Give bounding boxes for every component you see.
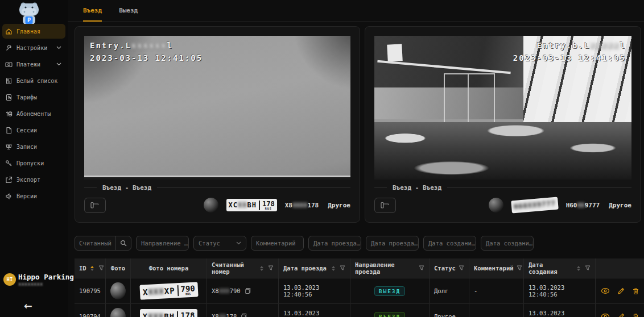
cell-created-date: 13.03.2023 12:40:56 (524, 278, 596, 303)
cell-id: 190794 (75, 304, 106, 317)
search-button[interactable] (115, 236, 131, 250)
camera-osd-left: Entry.Lxxxxxxl 2023-03-13 12:41:05 (90, 40, 203, 64)
sidebar-item-whitelist[interactable]: Белый список (2, 73, 65, 88)
cell-read-number: X8ХХХ790 (207, 278, 279, 303)
table-row[interactable]: 190795 ХХХХХР 790RUS X8ХХХ790 13.03.2023… (75, 278, 644, 304)
sidebar-item-export[interactable]: Экспорт (2, 172, 65, 187)
view-icon[interactable] (601, 313, 610, 317)
vehicle-photo-thumb[interactable] (110, 308, 126, 317)
direction-divider: Въезд - Въезд (374, 184, 631, 191)
sidebar-item-label: Версии (16, 193, 37, 199)
edit-icon[interactable] (617, 287, 625, 295)
camera-timestamp: 2023-03-13 12:41:05 (513, 52, 626, 65)
sidebar-item-label: Записи (16, 144, 37, 150)
pass-date-from-picker[interactable]: Дата проезда… (308, 236, 361, 251)
sidebar-item-subscriptions[interactable]: Абонементы (2, 106, 65, 121)
filter-icon[interactable] (340, 265, 345, 271)
column-header-actions (596, 258, 644, 278)
plate-photo: ХХХХХР 790RUS (139, 282, 198, 299)
sidebar-item-home[interactable]: Главная (2, 24, 65, 39)
copy-icon[interactable] (240, 313, 247, 317)
cell-comment: - (469, 278, 524, 303)
brand-avatar: HI (3, 273, 16, 286)
calendar-icon (360, 240, 361, 247)
open-gate-button[interactable] (374, 198, 396, 213)
created-date-to-picker[interactable]: Дата создани… (481, 236, 534, 251)
comment-input[interactable]: Комментарий (251, 236, 304, 251)
cell-id: 190795 (75, 278, 106, 303)
filter-icon[interactable] (517, 265, 522, 271)
chevron-down-icon (188, 241, 189, 245)
column-header-pass-date[interactable]: Дата проезда (279, 258, 350, 278)
chevron-down-icon (236, 241, 241, 245)
sidebar-item-tariffs[interactable]: Тарифы (2, 90, 65, 105)
column-header-created-date[interactable]: Дата создания (524, 258, 596, 278)
vehicle-thumb[interactable] (204, 198, 218, 212)
copy-icon[interactable] (244, 287, 251, 294)
filter-bar: Считанный … Направление … Статус Коммент… (75, 236, 534, 251)
camera-scene-ground (374, 122, 631, 180)
camera-footer-left: ХСХХВН 178RUS X8ХХХХ178 Другое (84, 197, 350, 214)
delete-icon[interactable] (632, 287, 639, 295)
coins-icon (5, 110, 13, 118)
column-header-id[interactable]: ID (75, 258, 106, 278)
tabbar: Въезд Выезд (68, 0, 644, 22)
sidebar-menu: Главная Настройки Платежи Белый список Т… (0, 24, 68, 205)
cell-created-date: 13.03.2023 12:39:31 (524, 304, 596, 317)
collapse-sidebar-button[interactable]: ← (24, 298, 32, 314)
filter-icon[interactable] (98, 265, 104, 271)
delete-icon[interactable] (632, 313, 639, 317)
camera-card-right: Entry.b.Lxxxxxl 2023-03-13 12:41:05 Въез… (365, 26, 641, 223)
sidebar-item-versions[interactable]: Версии (2, 189, 65, 203)
sidebar-item-label: Сессии (16, 127, 37, 134)
filter-icon[interactable] (459, 265, 464, 271)
direction-badge: ВЫЕЗД (374, 286, 406, 296)
edit-icon[interactable] (617, 313, 625, 317)
tab-entry[interactable]: Въезд (83, 0, 102, 21)
calendar-icon (475, 240, 476, 247)
cell-status: Долг (430, 278, 469, 303)
search-input[interactable]: Считанный … (75, 240, 115, 247)
tab-exit[interactable]: Выезд (119, 0, 138, 21)
sidebar-item-records[interactable]: Записи (2, 139, 65, 154)
filter-icon[interactable] (419, 265, 424, 271)
sidebar-item-sessions[interactable]: Сессии (2, 123, 65, 137)
column-header-read-number[interactable]: Считанный номер (207, 258, 279, 278)
sidebar-item-label: Абонементы (16, 111, 51, 117)
list-icon (5, 77, 13, 85)
sidebar-item-payments[interactable]: Платежи (2, 57, 65, 72)
vehicle-photo-thumb[interactable] (110, 282, 126, 299)
cell-pass-date: 13.03.2023 12:40:56 (279, 278, 350, 303)
sidebar-item-label: Белый список (16, 78, 57, 84)
sidebar-item-settings[interactable]: Настройки (2, 40, 65, 55)
read-number-search[interactable]: Считанный … (75, 236, 131, 251)
filter-icon[interactable] (268, 265, 274, 271)
brand-address-masked: xxxxxxxx (18, 281, 43, 287)
filter-icon[interactable] (585, 265, 591, 271)
direction-divider: Въезд - Въезд (84, 184, 350, 191)
camera-feed-right: Entry.b.Lxxxxxl 2023-03-13 12:41:05 (374, 36, 631, 180)
status-select[interactable]: Статус (193, 236, 246, 251)
sidebar-item-passes[interactable]: Пропуски (2, 156, 65, 170)
pass-date-to-picker[interactable]: Дата проезда… (366, 236, 419, 251)
column-header-direction[interactable]: Направление проезда (350, 258, 430, 278)
vehicle-thumb[interactable] (489, 198, 503, 212)
view-icon[interactable] (601, 287, 610, 294)
column-header-status[interactable]: Статус (430, 258, 469, 278)
svg-text:P: P (27, 17, 31, 23)
column-header-photo: Фото (106, 258, 131, 278)
camera-timestamp: 2023-03-13 12:41:05 (90, 52, 203, 65)
direction-select[interactable]: Направление … (136, 236, 189, 251)
table-row[interactable]: 190794 ХХХХВН 178RUS X8ХХ178 13.03.2023 … (75, 304, 644, 317)
sidebar-item-label: Тарифы (16, 94, 37, 101)
search-icon (120, 240, 127, 247)
camera-title: Entry.b.Lxxxxxl (513, 40, 626, 52)
events-table: ID Фото Фото номера Считанный номер Дата… (75, 258, 644, 317)
column-header-comment[interactable]: Комментарий (469, 258, 524, 278)
camera-footer-right: H60ХХ9777 H60ХХ9777 Другое (374, 197, 631, 214)
chevron-down-icon (55, 62, 63, 66)
table-header: ID Фото Фото номера Считанный номер Дата… (75, 258, 644, 278)
banknote-icon (5, 61, 13, 68)
created-date-from-picker[interactable]: Дата создани… (423, 236, 476, 251)
open-gate-button[interactable] (84, 198, 106, 213)
